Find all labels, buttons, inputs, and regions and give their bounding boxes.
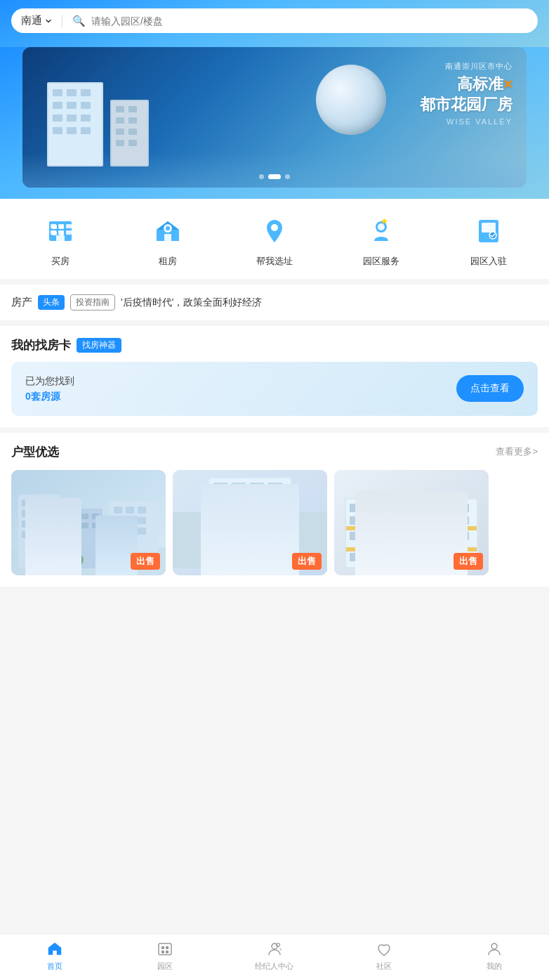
svg-rect-119: [396, 504, 407, 512]
svg-rect-22: [128, 129, 137, 135]
svg-rect-13: [67, 127, 77, 134]
banner: 南通崇川区市中心 高标准× 都市花园厂房 WISE VALLEY: [22, 47, 527, 188]
svg-rect-39: [164, 234, 171, 241]
svg-point-40: [166, 226, 170, 230]
svg-rect-126: [381, 516, 392, 525]
view-more-button[interactable]: 查看更多>: [496, 445, 538, 458]
nav-item-buy[interactable]: 买房: [39, 213, 81, 268]
svg-rect-96: [268, 498, 282, 509]
listing-card-3[interactable]: 出售: [334, 470, 489, 575]
listings-section: 户型优选 查看更多>: [0, 433, 549, 587]
find-house-button[interactable]: 点击查看: [456, 375, 524, 402]
svg-rect-132: [350, 532, 361, 540]
svg-rect-106: [232, 544, 246, 556]
svg-rect-81: [126, 528, 134, 535]
svg-point-41: [271, 224, 278, 231]
svg-rect-100: [268, 514, 282, 525]
bottom-nav-park[interactable]: 园区: [137, 940, 193, 972]
search-input[interactable]: [91, 15, 528, 27]
count-text: 0套房源: [25, 391, 60, 402]
svg-rect-18: [128, 106, 137, 112]
svg-rect-148: [159, 943, 171, 955]
svg-rect-122: [442, 504, 454, 512]
svg-rect-125: [365, 516, 376, 525]
svg-rect-48: [482, 224, 488, 226]
svg-rect-141: [365, 553, 376, 561]
nav-label-service: 园区服务: [363, 255, 399, 268]
svg-rect-12: [53, 127, 62, 134]
svg-rect-67: [71, 514, 78, 519]
news-tag-headline[interactable]: 头条: [38, 295, 65, 310]
svg-rect-71: [81, 523, 88, 528]
banner-dot-1[interactable]: [259, 174, 264, 179]
svg-rect-57: [22, 510, 30, 517]
svg-rect-8: [81, 102, 91, 109]
svg-rect-60: [22, 521, 30, 528]
svg-rect-135: [396, 532, 407, 540]
svg-rect-99: [250, 514, 264, 525]
svg-rect-82: [138, 528, 146, 535]
svg-rect-72: [92, 523, 99, 528]
bottom-nav-home[interactable]: 首页: [27, 940, 83, 972]
chevron-down-icon: [45, 18, 52, 25]
bottom-nav-agent[interactable]: 经纪人中心: [246, 940, 303, 972]
svg-rect-91: [250, 483, 264, 494]
svg-rect-35: [58, 230, 64, 235]
svg-rect-70: [71, 523, 78, 528]
agent-icon: [265, 940, 284, 958]
news-tag-investment[interactable]: 投资指南: [70, 294, 115, 311]
svg-rect-55: [34, 499, 42, 507]
find-house-card: 已为您找到 0套房源 点击查看: [11, 362, 538, 416]
listing-card-2[interactable]: 出售: [173, 470, 327, 575]
svg-rect-9: [53, 115, 62, 122]
find-house-info: 已为您找到 0套房源: [25, 373, 74, 405]
bottom-nav-community[interactable]: 社区: [356, 940, 412, 972]
svg-point-83: [25, 551, 39, 565]
nav-item-location[interactable]: 帮我选址: [253, 213, 296, 268]
svg-rect-4: [67, 89, 77, 96]
svg-rect-118: [381, 504, 392, 512]
svg-rect-78: [126, 517, 134, 524]
svg-rect-90: [232, 483, 246, 494]
svg-rect-146: [442, 553, 454, 561]
search-icon: 🔍: [72, 15, 86, 27]
news-section: 房产 头条 投资指南 '后疫情时代'，政策全面利好经济: [0, 285, 549, 320]
svg-rect-97: [213, 514, 227, 525]
find-house-section: 我的找房卡 找房神器 已为您找到 0套房源 点击查看: [0, 326, 549, 427]
building-icon: [42, 213, 79, 249]
svg-rect-49: [482, 227, 492, 228]
nav-item-checkin[interactable]: 园区入驻: [468, 213, 510, 268]
svg-point-43: [378, 223, 385, 230]
banner-sphere: [316, 65, 386, 135]
svg-rect-68: [81, 514, 88, 519]
banner-title: 高标准× 都市花园厂房: [420, 74, 512, 115]
find-house-badge: 找房神器: [77, 338, 121, 353]
svg-rect-103: [250, 529, 264, 540]
svg-rect-130: [442, 516, 454, 525]
svg-point-84: [72, 554, 84, 566]
svg-rect-128: [411, 516, 423, 525]
svg-rect-124: [350, 516, 361, 525]
listing-card-1[interactable]: 出售: [11, 470, 166, 575]
banner-dot-3[interactable]: [285, 174, 290, 179]
quick-nav: 买房 租房: [0, 199, 549, 279]
svg-rect-123: [458, 504, 469, 512]
svg-rect-104: [268, 529, 282, 540]
svg-rect-77: [114, 517, 122, 524]
nav-item-service[interactable]: 园区服务: [360, 213, 402, 268]
bottom-nav-profile[interactable]: 我的: [466, 940, 522, 972]
svg-rect-114: [346, 526, 477, 530]
banner-dot-2[interactable]: [268, 174, 281, 179]
svg-rect-50: [482, 230, 489, 231]
city-selector[interactable]: 南通: [21, 14, 52, 27]
nav-item-rent[interactable]: 租房: [147, 213, 189, 268]
banner-dots: [259, 174, 290, 179]
svg-rect-10: [67, 115, 77, 122]
svg-rect-150: [166, 946, 168, 949]
header: 南通 🔍: [0, 0, 549, 47]
news-content[interactable]: '后疫情时代'，政策全面利好经济: [121, 296, 538, 309]
city-name: 南通: [21, 14, 42, 27]
find-house-title-row: 我的找房卡 找房神器: [11, 337, 538, 353]
svg-rect-17: [116, 106, 124, 112]
svg-rect-92: [268, 483, 282, 494]
